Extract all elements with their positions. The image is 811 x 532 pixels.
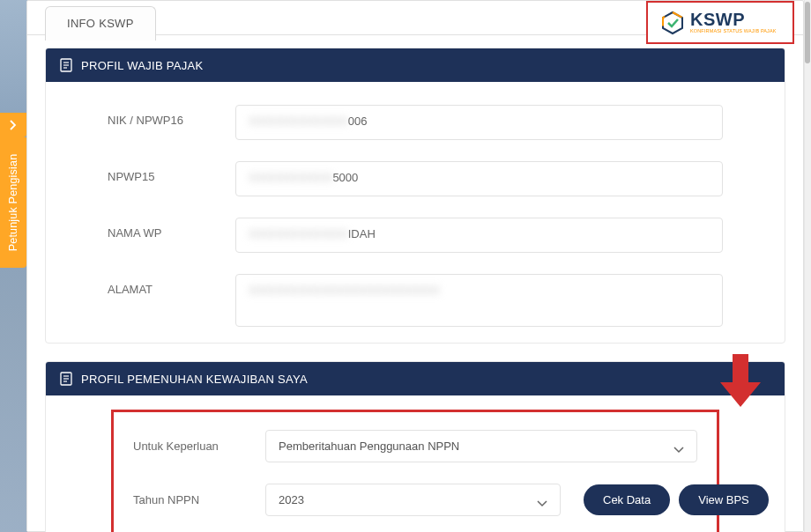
tab-info-kswp[interactable]: INFO KSWP	[45, 6, 156, 41]
side-hint-label: Petunjuk Pengisian	[7, 154, 19, 252]
arrow-down-icon	[720, 354, 761, 407]
chevron-right-icon	[0, 113, 26, 137]
label-keperluan: Untuk Keperluan	[133, 440, 257, 453]
cek-data-button[interactable]: Cek Data	[584, 484, 670, 515]
panel-header-obligation: PROFIL PEMENUHAN KEWAJIBAN SAYA	[46, 362, 785, 395]
panel-header-profile: PROFIL WAJIB PAJAK	[46, 48, 785, 82]
view-bps-button[interactable]: View BPS	[679, 484, 769, 515]
panel-pemenuhan-kewajiban: PROFIL PEMENUHAN KEWAJIBAN SAYA Untuk Ke…	[45, 361, 785, 532]
label-nik-npwp16: NIK / NPWP16	[108, 105, 235, 127]
keperluan-select[interactable]: Pemberitahuan Penggunaan NPPN	[265, 430, 697, 462]
side-hint-tab[interactable]: Petunjuk Pengisian	[0, 113, 26, 268]
logo-subtitle: KONFIRMASI STATUS WAJIB PAJAK	[690, 29, 777, 34]
chevron-down-icon	[673, 443, 684, 450]
document-icon	[60, 58, 72, 72]
nik-npwp16-field: XXXXXXXXXXXXX006	[235, 105, 723, 140]
scrollbar[interactable]	[804, 0, 811, 532]
chevron-down-icon	[537, 497, 547, 504]
label-alamat: ALAMAT	[108, 274, 235, 296]
alamat-field: XXXXXXXXXXXXXXXXXXXXXXXXX	[235, 274, 723, 327]
logo: KSWP KONFIRMASI STATUS WAJIB PAJAK	[646, 1, 794, 44]
tahun-nppn-select[interactable]: 2023	[265, 484, 561, 516]
npwp15-field: XXXXXXXXXXX5000	[235, 161, 723, 196]
label-nama-wp: NAMA WP	[108, 218, 235, 240]
document-icon	[60, 372, 72, 386]
nama-wp-field: XXXXXXXXXXXXXIDAH	[235, 218, 723, 253]
panel-profil-wajib-pajak: PROFIL WAJIB PAJAK NIK / NPWP16 XXXXXXXX…	[45, 48, 785, 344]
logo-title: KSWP	[690, 11, 777, 28]
label-tahun-nppn: Tahun NPPN	[133, 493, 257, 506]
scrollbar-thumb[interactable]	[805, 2, 810, 63]
shield-check-icon	[660, 11, 685, 35]
panel-title-obligation: PROFIL PEMENUHAN KEWAJIBAN SAYA	[81, 373, 308, 386]
highlighted-form-area: Untuk Keperluan Pemberitahuan Penggunaan…	[111, 410, 719, 532]
label-npwp15: NPWP15	[108, 161, 235, 183]
panel-title-profile: PROFIL WAJIB PAJAK	[81, 59, 204, 72]
tab-label: INFO KSWP	[67, 17, 134, 30]
